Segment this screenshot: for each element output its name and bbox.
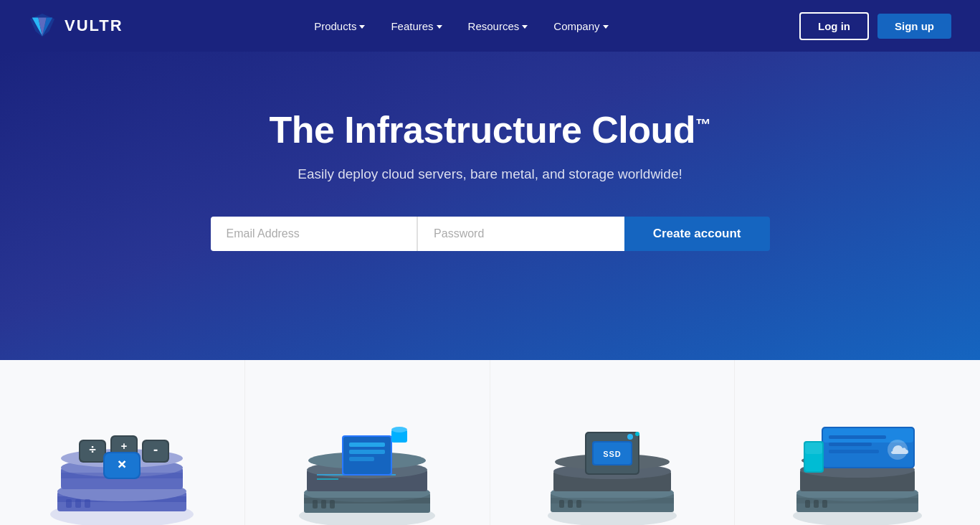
card-bare-metal [245,360,490,525]
svg-point-62 [627,434,633,440]
bare-metal-illustration [260,374,475,525]
svg-rect-44 [349,457,374,461]
block-storage-illustration: SSD [505,374,720,525]
create-account-button[interactable]: Create account [624,217,770,251]
svg-rect-8 [66,499,72,508]
nav-actions: Log in Sign up [799,12,951,40]
nav-resources[interactable]: Resources [458,14,538,38]
svg-point-46 [391,427,407,432]
card-cloud-compute: ÷ + - × [0,360,245,525]
svg-rect-9 [75,499,81,508]
hero-subtitle: Easily deploy cloud servers, bare metal,… [298,166,682,182]
brand-name: VULTR [65,16,123,35]
svg-rect-41 [343,437,391,474]
card-block-storage: SSD [490,360,736,525]
svg-rect-43 [349,450,385,454]
nav-features[interactable]: Features [381,14,452,38]
svg-rect-70 [822,500,827,508]
svg-rect-68 [805,500,810,508]
svg-rect-83 [805,443,822,454]
password-input[interactable] [417,217,624,251]
svg-rect-33 [330,500,335,509]
login-button[interactable]: Log in [799,12,869,40]
svg-rect-10 [85,499,90,508]
svg-rect-52 [568,500,573,508]
hero-section: The Infrastructure Cloud™ Easily deploy … [0,52,980,360]
svg-text:×: × [118,455,127,473]
email-input[interactable] [211,217,418,251]
svg-text:-: - [153,443,160,456]
nav-links: Products Features Resources Company [304,14,618,38]
svg-rect-79 [829,450,879,453]
svg-rect-77 [829,435,886,439]
chevron-down-icon [603,25,609,29]
chevron-down-icon [437,25,442,29]
svg-rect-51 [559,500,564,508]
svg-rect-53 [576,500,581,508]
svg-rect-42 [349,443,385,447]
svg-text:+: + [121,440,127,452]
nav-company[interactable]: Company [543,14,618,38]
svg-point-63 [635,432,639,436]
navbar: VULTR Products Features Resources Compan… [0,0,980,52]
chevron-down-icon [522,25,528,29]
card-object-storage [735,360,980,525]
svg-rect-31 [313,500,318,509]
svg-rect-32 [321,500,326,509]
signup-form: Create account [211,217,770,251]
cloud-compute-illustration: ÷ + - × [14,374,230,525]
svg-text:÷: ÷ [90,443,97,456]
svg-text:SSD: SSD [603,450,622,458]
svg-rect-69 [814,500,819,508]
hero-title: The Infrastructure Cloud™ [269,109,710,152]
logo-link[interactable]: VULTR [29,12,123,39]
nav-products[interactable]: Products [304,14,375,38]
vultr-logo-icon [29,12,56,39]
chevron-down-icon [359,25,365,29]
signup-button[interactable]: Sign up [877,14,951,39]
svg-rect-78 [829,443,872,446]
product-cards-section: ÷ + - × [0,360,980,525]
object-storage-illustration [749,374,966,525]
svg-rect-38 [317,478,338,480]
